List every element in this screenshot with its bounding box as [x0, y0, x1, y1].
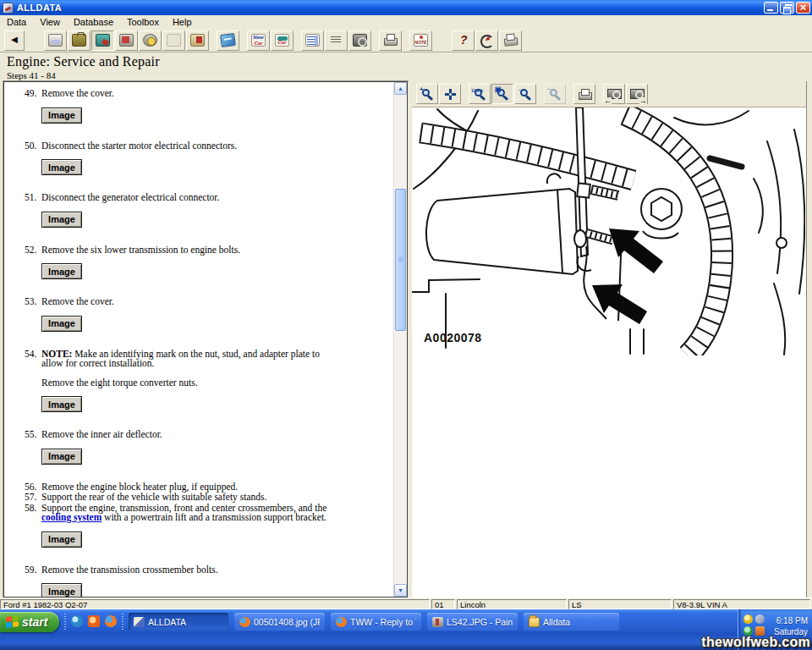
print-button[interactable] — [379, 30, 402, 51]
step-58: 58.Support the engine, transmission, fro… — [25, 504, 390, 523]
drive-button[interactable] — [162, 30, 185, 51]
windows-logo-icon — [6, 615, 19, 629]
book-icon — [190, 34, 205, 47]
viewer-print-button[interactable] — [573, 84, 595, 104]
new-car-button[interactable] — [247, 30, 270, 51]
menu-view[interactable]: View — [33, 16, 67, 28]
tsb-monitor-icon — [119, 34, 134, 47]
task-jpeg-image[interactable]: 00501408.jpg (JPEG ... — [234, 613, 325, 631]
refresh-icon — [480, 34, 494, 47]
menu-database[interactable]: Database — [67, 16, 120, 28]
viewer-print-icon — [578, 89, 591, 100]
next-image-button[interactable]: → — [626, 84, 648, 104]
zoom-fit-button[interactable]: ▣ — [491, 84, 513, 104]
image-button-53[interactable]: Image — [41, 316, 82, 332]
quick-launch-browser-icon[interactable] — [71, 615, 83, 627]
close-button[interactable] — [796, 2, 810, 14]
status-model: LS — [568, 599, 672, 609]
scroll-up-arrow[interactable]: ▲ — [394, 82, 407, 95]
start-button[interactable]: start — [0, 612, 59, 632]
prev-image-button[interactable]: ← — [603, 84, 625, 104]
status-engine: V8-3.9L VIN A — [673, 599, 810, 609]
used-car-button[interactable] — [271, 30, 294, 51]
used-car-icon — [275, 34, 289, 47]
help-button[interactable] — [452, 30, 475, 51]
task-alldata[interactable]: ALLDATA — [129, 613, 228, 631]
step-49: 49.Remove the cover. — [25, 89, 390, 99]
figure-label: A0020078 — [424, 331, 482, 344]
image-button-58[interactable]: Image — [41, 532, 82, 548]
task-alldata-folder[interactable]: Alldata — [524, 613, 619, 631]
task-buttons: ALLDATA 00501408.jpg (JPEG ... TWW - Rep… — [129, 613, 619, 631]
notes-icon — [414, 34, 428, 47]
tray-network-icon[interactable] — [755, 614, 765, 624]
alldata-window: ALLDATA Data View Database Toolbox Help — [0, 0, 812, 650]
menu-toolbox[interactable]: Toolbox — [120, 16, 166, 28]
quick-launch-firefox-icon[interactable] — [105, 615, 117, 627]
minimize-button[interactable] — [764, 2, 778, 14]
status-bar: Ford #1 1982-03 Q2-07 01 Lincoln LS V8-3… — [0, 598, 812, 609]
zoom-out-button[interactable]: − — [544, 84, 566, 104]
paint-icon — [432, 617, 443, 627]
alldata-task-icon — [134, 617, 145, 627]
main-toolbar — [0, 29, 812, 52]
quick-launch-mail-icon[interactable] — [88, 615, 100, 627]
camera-icon — [353, 34, 367, 47]
tools-button[interactable] — [217, 30, 239, 51]
text-view-button[interactable] — [325, 30, 348, 51]
step-59: 59.Remove the transmission crossmember b… — [25, 565, 390, 576]
vehicle-icon — [48, 34, 63, 47]
image-button-54[interactable]: Image — [41, 396, 82, 412]
repair-button[interactable] — [91, 30, 114, 51]
tray-alert-icon[interactable] — [743, 614, 753, 624]
new-car-icon — [251, 34, 266, 47]
image-button-55[interactable]: Image — [41, 449, 82, 465]
step-54-detail: Remove the eight torque converter nuts. — [41, 378, 390, 388]
scroll-thumb[interactable] — [395, 189, 406, 331]
camera-button[interactable] — [348, 30, 371, 51]
vehicle-select-button[interactable] — [44, 30, 67, 51]
menu-help[interactable]: Help — [166, 16, 199, 28]
document-header: Engine: Service and Repair Steps 41 - 84 — [0, 52, 812, 81]
steps-scrollbar[interactable]: ▲ ▼ — [393, 82, 407, 597]
zoom-width-button[interactable]: ↔ — [514, 84, 536, 104]
note-text: Make an identifying mark on the nut, stu… — [41, 349, 320, 369]
tray-icons — [743, 614, 765, 636]
menu-data[interactable]: Data — [0, 16, 33, 28]
fax-button[interactable] — [499, 30, 522, 51]
steps-list: 49.Remove the cover. Image 50.Disconnect… — [4, 82, 393, 597]
cooling-system-link[interactable]: cooling system — [41, 512, 102, 522]
image-button-50[interactable]: Image — [41, 159, 82, 175]
image-button-49[interactable]: Image — [41, 107, 82, 124]
status-make: Lincoln — [457, 599, 567, 609]
restore-button[interactable] — [780, 2, 794, 14]
zoom-in-button[interactable]: + — [416, 84, 438, 104]
image-button-59[interactable]: Image — [41, 583, 82, 597]
tsb-button[interactable] — [115, 30, 138, 51]
site-watermark: thewolfweb.com — [701, 635, 810, 650]
task-paint[interactable]: LS42.JPG - Paint — [427, 613, 518, 631]
task-tww-reply[interactable]: TWW - Reply to Topic... — [331, 613, 421, 631]
back-button[interactable] — [4, 30, 25, 51]
notes-button[interactable] — [409, 30, 432, 51]
procedure-pane: 49.Remove the cover. Image 50.Disconnect… — [3, 81, 408, 598]
image-viewer-pane: + 100% ▣ ↔ − ← → — [412, 81, 807, 598]
status-dataset: Ford #1 1982-03 Q2-07 — [0, 599, 430, 609]
maintenance-button[interactable] — [139, 30, 162, 51]
image-button-52[interactable]: Image — [41, 263, 82, 279]
firefox-icon — [336, 617, 347, 627]
app-icon[interactable] — [3, 3, 14, 14]
scroll-down-arrow[interactable]: ▼ — [394, 584, 407, 597]
refresh-button[interactable] — [475, 30, 498, 51]
tools-hand-icon — [220, 33, 236, 47]
book-button[interactable] — [186, 30, 209, 51]
image-button-51[interactable]: Image — [41, 212, 82, 228]
list-view-button[interactable] — [301, 30, 324, 51]
fax-icon — [502, 33, 518, 47]
drive-icon — [167, 34, 181, 47]
note-label: NOTE: — [41, 349, 72, 359]
pan-button[interactable] — [439, 84, 461, 104]
toolbox-button[interactable] — [68, 30, 91, 51]
zoom-100-button[interactable]: 100% — [469, 84, 491, 104]
toolbox-icon — [72, 34, 86, 47]
